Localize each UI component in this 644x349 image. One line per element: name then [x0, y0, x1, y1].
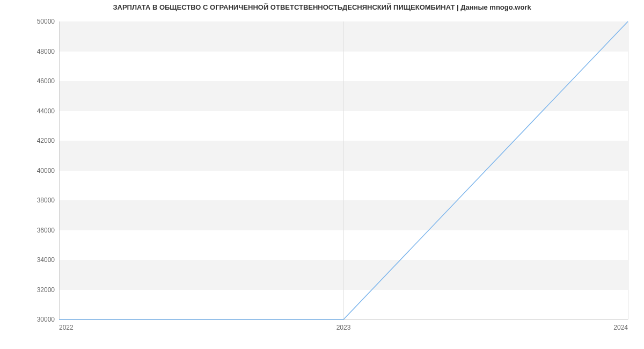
- y-tick-label: 42000: [37, 137, 55, 144]
- x-gridline: [628, 21, 628, 319]
- series-layer: [59, 21, 628, 319]
- x-tick-label: 2022: [59, 324, 74, 331]
- plot-area: 3000032000340003600038000400004200044000…: [59, 21, 628, 319]
- y-tick-label: 48000: [37, 48, 55, 55]
- y-tick-label: 34000: [37, 256, 55, 264]
- y-tick-label: 50000: [37, 18, 55, 25]
- x-tick-label: 2024: [613, 324, 628, 331]
- y-tick-label: 40000: [37, 167, 55, 174]
- y-tick-label: 36000: [37, 227, 55, 234]
- x-tick-label: 2023: [336, 324, 351, 331]
- chart-container: ЗАРПЛАТА В ОБЩЕСТВО С ОГРАНИЧЕННОЙ ОТВЕТ…: [0, 0, 644, 349]
- y-tick-label: 44000: [37, 107, 55, 115]
- y-tick-label: 30000: [37, 316, 55, 323]
- series-line: [59, 21, 628, 319]
- y-tick-label: 46000: [37, 77, 55, 85]
- y-tick-label: 38000: [37, 197, 55, 204]
- y-tick-label: 32000: [37, 286, 55, 294]
- chart-title: ЗАРПЛАТА В ОБЩЕСТВО С ОГРАНИЧЕННОЙ ОТВЕТ…: [0, 3, 644, 11]
